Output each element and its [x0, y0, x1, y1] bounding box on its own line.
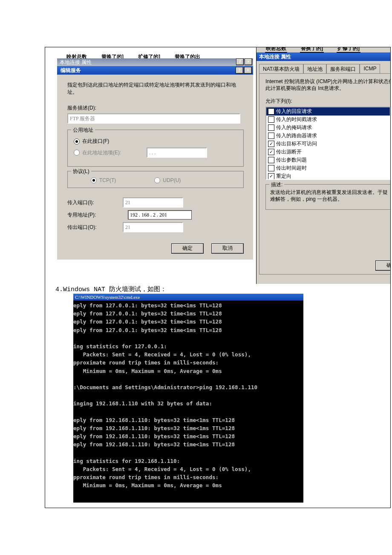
outgoing-port-input: 21: [123, 222, 183, 232]
tab-services-ports[interactable]: 服务和端口: [326, 64, 360, 74]
icmp-item-label: 重定向: [276, 173, 291, 180]
service-desc-label: 服务描述(D):: [67, 104, 244, 112]
tab-strip: NAT/基本防火墙 地址池 服务和端口 ICMP: [259, 64, 391, 73]
outgoing-port-label: 传出端口(O):: [67, 224, 123, 231]
icmp-item[interactable]: 传入的掩码请求: [266, 124, 390, 132]
tab-nat-firewall[interactable]: NAT/基本防火墙: [259, 64, 303, 74]
radio-label: TCP(T): [99, 177, 116, 183]
checkbox-icon[interactable]: [268, 124, 274, 131]
icmp-item-label: 传入的时间戳请求: [276, 116, 317, 123]
help-icon[interactable]: ?: [236, 58, 244, 65]
icmp-item-label: 传入的掩码请求: [276, 124, 312, 131]
close-icon[interactable]: ×: [244, 67, 252, 74]
group-legend: 描述:: [269, 181, 284, 188]
back-title-text: 本地连接 属性: [60, 58, 92, 66]
service-desc-input: FTP 服务器: [67, 113, 240, 124]
back-dialog-title: 本地连接 属性 ? ×: [57, 58, 253, 66]
private-address-input[interactable]: 192 . 168 . 2 . 201: [128, 210, 192, 220]
step-caption: 4.Windows NAT 防火墙测试，如图：: [55, 285, 167, 293]
radio-tcp: [91, 177, 97, 183]
dialog-title: 本地连接 属性: [257, 52, 391, 61]
incoming-port-input: 21: [123, 197, 183, 208]
pool-ip-input: . . .: [147, 147, 207, 158]
radio-udp: [154, 177, 160, 183]
cmd-output: eply from 127.0.0.1: bytes=32 time<1ms T…: [73, 301, 303, 490]
bg-tabs-right: 映射总数 替换了的] 扩修了的]: [265, 47, 360, 53]
bg-tab: 映射总数: [265, 47, 287, 53]
icmp-item[interactable]: 传入的时间戳请求: [266, 116, 390, 124]
tab-icmp[interactable]: ICMP: [360, 64, 380, 74]
icmp-item-label: 传入的路由器请求: [276, 132, 317, 139]
intro-text: 指定包到达此接口地址的特定端口或特定地址池项时将其发送到的端口和地址。: [67, 81, 244, 96]
icmp-item-label: 传出目标不可访问: [276, 140, 317, 147]
icmp-item-label: 传出时间超时: [276, 165, 307, 172]
edit-service-dialog: 编辑服务 ? × 指定包到达此接口地址的特定端口或特定地址池项时将其发送到的端口…: [57, 66, 253, 260]
icmp-item-label: 传出源断开: [276, 148, 302, 156]
checkbox-icon[interactable]: [268, 108, 274, 115]
description-group: 描述: 发送给此计算机的消息将被重复发送回发送者。于疑难解答，例如，ping 一…: [265, 184, 391, 210]
allow-label: 允许下列(I):: [265, 98, 391, 105]
protocol-group: 协议(L) TCP(T) UDP(U): [67, 171, 244, 188]
radio-label: 在此接口(F): [82, 138, 109, 145]
checkbox-icon[interactable]: [268, 165, 274, 171]
checkbox-icon[interactable]: [268, 116, 274, 123]
dialog-title: 编辑服务: [61, 66, 81, 75]
radio-on-pool-item: [74, 150, 80, 156]
group-legend: 协议(L): [71, 168, 91, 175]
help-icon[interactable]: ?: [236, 67, 243, 74]
icmp-list[interactable]: 传入的回应请求传入的时间戳请求传入的掩码请求传入的路由器请求✓传出目标不可访问✓…: [265, 107, 391, 180]
icmp-item[interactable]: ✓重定向: [266, 172, 390, 180]
icmp-item-label: 传出参数问题: [276, 156, 307, 164]
private-address-label: 专用地址(P):: [67, 211, 123, 219]
bg-tab: 扩修了的]: [337, 47, 360, 53]
icmp-item[interactable]: ✓传出目标不可访问: [266, 140, 390, 148]
icmp-item[interactable]: 传入的路由器请求: [266, 132, 390, 140]
checkbox-icon[interactable]: ✓: [268, 141, 274, 147]
checkbox-icon[interactable]: [268, 157, 274, 163]
public-address-group: 公用地址 在此接口(F) 在此地址池项(E): . . .: [67, 130, 244, 167]
ok-button[interactable]: 确定: [171, 243, 204, 254]
ok-button[interactable]: 确定: [375, 260, 391, 271]
properties-dialog: 映射总数 替换了的] 扩修了的] 本地连接 属性 NAT/基本防火墙 地址池 服…: [256, 47, 391, 284]
cmd-window: C:\WINDOWS\system32\cmd.exe eply from 12…: [73, 294, 303, 503]
incoming-port-label: 传入端口(I):: [67, 199, 123, 206]
close-icon[interactable]: ×: [245, 58, 252, 65]
checkbox-icon[interactable]: ✓: [268, 173, 274, 179]
checkbox-icon[interactable]: ✓: [268, 149, 274, 155]
cancel-button[interactable]: 取消: [211, 243, 244, 254]
radio-label: UDP(U): [163, 177, 181, 183]
radio-label: 在此地址池项(E):: [82, 149, 121, 156]
item-description: 发送给此计算机的消息将被重复发送回发送者。于疑难解答，例如，ping 一台机器。: [270, 189, 391, 202]
cmd-title: C:\WINDOWS\system32\cmd.exe: [73, 294, 303, 301]
icmp-item[interactable]: 传入的回应请求: [266, 107, 390, 116]
icmp-item[interactable]: 传出参数问题: [266, 156, 390, 164]
checkbox-icon[interactable]: [268, 133, 274, 139]
icmp-item[interactable]: ✓传出源断开: [266, 148, 390, 156]
group-legend: 公用地址: [71, 127, 95, 134]
icmp-description: Internet 控制消息协议 (ICMP)允许网络上的计算和状态信息。请选择此…: [265, 78, 391, 92]
icmp-item[interactable]: 传出时间超时: [266, 164, 390, 172]
bg-tab: 替换了的]: [300, 47, 324, 53]
radio-on-interface[interactable]: [74, 139, 80, 145]
tab-address-pool[interactable]: 地址池: [303, 64, 326, 74]
icmp-item-label: 传入的回应请求: [276, 108, 312, 115]
